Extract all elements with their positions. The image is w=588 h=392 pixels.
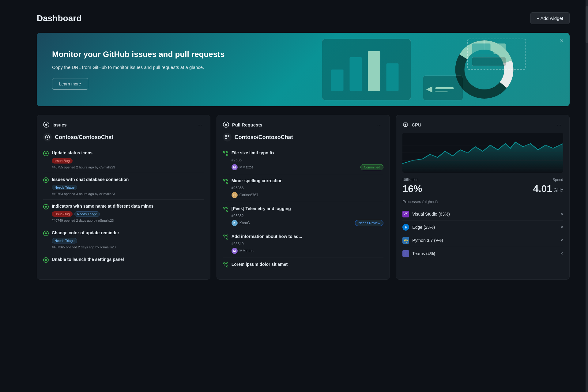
svg-rect-1 bbox=[331, 70, 344, 91]
pr-title-row: Minor spelling correction bbox=[223, 178, 384, 184]
svg-point-21 bbox=[225, 124, 227, 126]
pr-item: File size limit typo fix #2535 M MMattos… bbox=[223, 146, 384, 174]
process-left: Py Python 3.7 (9%) bbox=[402, 237, 443, 244]
svg-rect-13 bbox=[472, 43, 491, 54]
svg-point-26 bbox=[226, 154, 228, 156]
issues-repo-header: Contoso/ContosoChat bbox=[43, 133, 204, 141]
banner-title: Monitor your GitHub issues and pull requ… bbox=[52, 49, 278, 60]
svg-point-25 bbox=[223, 151, 225, 153]
process-item: Py Python 3.7 (9%) × bbox=[402, 234, 563, 247]
issue-meta: #407365 opened 2 days ago by oSmalls23 bbox=[52, 245, 204, 249]
issue-open-icon bbox=[43, 231, 49, 236]
svg-point-29 bbox=[226, 182, 228, 184]
issue-open-icon bbox=[43, 257, 49, 263]
svg-point-33 bbox=[226, 207, 228, 209]
svg-rect-4 bbox=[386, 63, 399, 91]
pr-github-icon bbox=[223, 122, 229, 128]
pr-assignee: C Corine6767 bbox=[232, 192, 258, 198]
github-banner: Monitor your GitHub issues and pull requ… bbox=[37, 33, 570, 106]
pr-assignee: M MMattos bbox=[232, 164, 254, 170]
svg-point-27 bbox=[226, 151, 228, 153]
speed-label: Speed bbox=[533, 178, 563, 182]
issue-meta: #40753 opened 3 hours ago by oSmalls23 bbox=[52, 192, 204, 196]
assignee-name: KaraG bbox=[239, 221, 250, 225]
pr-item: [Peek] Telemetry and logging #25352 K Ka… bbox=[223, 202, 384, 230]
process-name: Python 3.7 (9%) bbox=[412, 238, 443, 243]
pr-title: File size limit typo fix bbox=[232, 150, 275, 156]
issue-tags: Needs Triage bbox=[52, 185, 204, 190]
pr-title-row: File size limit typo fix bbox=[223, 150, 384, 156]
issue-title-row: Unable to launch the settings panel bbox=[43, 257, 204, 263]
teams-icon: T bbox=[402, 250, 409, 257]
pr-title-row: Pull Requests bbox=[223, 122, 262, 128]
issue-tags: Needs Triage bbox=[52, 238, 204, 243]
pr-number: #2535 bbox=[232, 158, 384, 162]
issue-meta: #40749 opened 2 days ago by oSmalls23 bbox=[52, 219, 204, 222]
svg-rect-2 bbox=[350, 57, 362, 91]
pr-assignee: M MMattos bbox=[232, 248, 254, 254]
pr-icon bbox=[223, 234, 228, 240]
issue-meta: #40755 opened 2 hours ago by oSmalls23 bbox=[52, 165, 204, 169]
widgets-grid: Issues ··· Contoso/ContosoChat Update st… bbox=[37, 115, 570, 280]
pr-repo-name: Contoso/ContosoChat bbox=[235, 134, 293, 141]
svg-point-22 bbox=[225, 135, 227, 137]
issue-item: Change color of update reminder Needs Tr… bbox=[43, 226, 204, 253]
speed-value: 4.01GHz bbox=[533, 183, 563, 194]
issue-tags: Issue-Bug bbox=[52, 158, 204, 164]
banner-content: Monitor your GitHub issues and pull requ… bbox=[52, 49, 278, 90]
processes-label: Processes (highest) bbox=[402, 199, 563, 204]
cpu-chart-svg bbox=[402, 133, 563, 173]
learn-more-button[interactable]: Learn more bbox=[52, 78, 88, 90]
banner-illustration bbox=[277, 33, 570, 106]
process-close-button[interactable]: × bbox=[560, 238, 563, 243]
avatar: M bbox=[232, 164, 238, 170]
process-close-button[interactable]: × bbox=[560, 224, 563, 230]
process-name: Visual Studio (63%) bbox=[412, 212, 450, 217]
page-header: Dashboard + Add widget bbox=[37, 12, 570, 24]
status-badge: Needs Review bbox=[355, 220, 383, 226]
pr-assignee: K KaraG bbox=[232, 220, 250, 226]
pr-menu-button[interactable]: ··· bbox=[375, 121, 383, 128]
utilization-label: Utilization bbox=[402, 178, 422, 182]
pr-repo-header: Contoso/ContosoChat bbox=[223, 133, 384, 141]
pr-widget-header: Pull Requests ··· bbox=[223, 121, 384, 128]
svg-point-23 bbox=[228, 135, 229, 137]
scrollbar-thumb[interactable] bbox=[586, 6, 588, 43]
svg-rect-3 bbox=[368, 51, 380, 91]
svg-rect-41 bbox=[405, 124, 406, 126]
issue-tag-triage: Needs Triage bbox=[52, 238, 77, 243]
issues-title-row: Issues bbox=[43, 122, 67, 128]
issues-menu-button[interactable]: ··· bbox=[196, 121, 204, 128]
process-item: e Edge (23%) × bbox=[402, 221, 563, 234]
issues-repo-icon bbox=[43, 133, 52, 141]
issue-title-row: Update status icons bbox=[43, 150, 204, 156]
cpu-menu-button[interactable]: ··· bbox=[555, 121, 563, 128]
pr-number: #25349 bbox=[232, 242, 384, 246]
assignee-name: MMattos bbox=[239, 165, 254, 169]
assignee-name: Corine6767 bbox=[239, 193, 258, 197]
svg-point-17 bbox=[45, 124, 47, 126]
scrollbar[interactable] bbox=[586, 0, 588, 392]
issues-widget-header: Issues ··· bbox=[43, 121, 204, 128]
pr-title: Add information about how to ad... bbox=[232, 234, 302, 239]
avatar: K bbox=[232, 220, 238, 226]
issue-title: Indicators with same name at different d… bbox=[52, 203, 153, 209]
cpu-widget: CPU ··· bbox=[396, 115, 570, 280]
pr-widget-title: Pull Requests bbox=[232, 122, 262, 127]
svg-point-30 bbox=[226, 179, 228, 181]
visual-studio-icon: VS bbox=[402, 211, 409, 217]
svg-point-32 bbox=[226, 210, 228, 212]
add-widget-button[interactable]: + Add widget bbox=[530, 12, 570, 24]
utilization-value: 16% bbox=[402, 183, 422, 194]
cpu-icon bbox=[402, 122, 409, 128]
svg-point-19 bbox=[47, 137, 48, 138]
process-close-button[interactable]: × bbox=[560, 251, 563, 256]
edge-icon: e bbox=[402, 224, 409, 231]
process-close-button[interactable]: × bbox=[560, 211, 563, 217]
banner-description: Copy the URL from GitHub to monitor issu… bbox=[52, 64, 278, 71]
banner-svg bbox=[277, 33, 570, 106]
page-title: Dashboard bbox=[37, 13, 81, 23]
github-icon bbox=[43, 122, 49, 128]
pr-title-row: [Peek] Telemetry and logging bbox=[223, 206, 384, 212]
cpu-title-row: CPU bbox=[402, 122, 421, 128]
